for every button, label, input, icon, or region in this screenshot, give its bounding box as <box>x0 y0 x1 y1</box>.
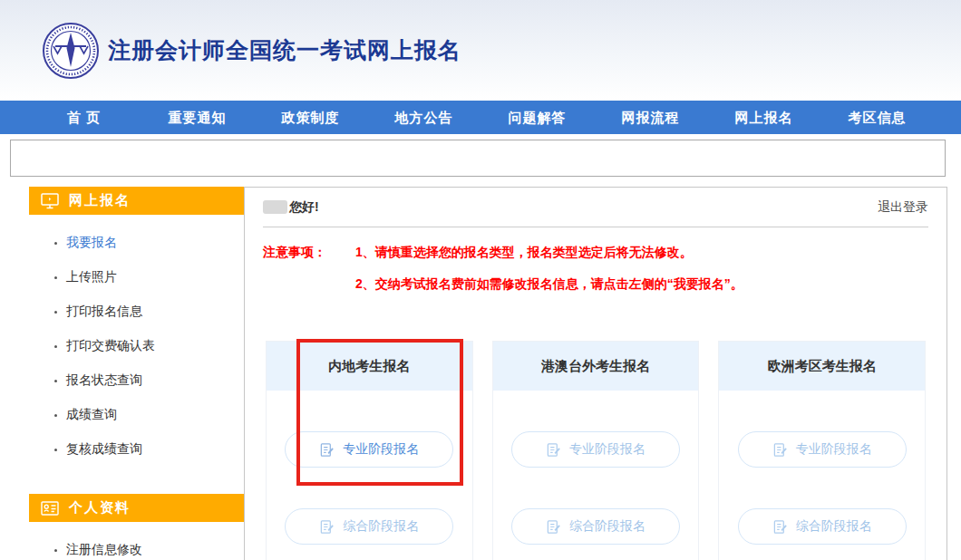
sidebar-section-personal-info: 个人资料 <box>29 494 244 522</box>
hmtf-comprehensive-stage-button[interactable]: 综合阶段报名 <box>511 508 680 545</box>
sidebar-item-upload-photo[interactable]: 上传照片 <box>54 260 244 294</box>
sidebar-list-personal: 注册信息修改 <box>29 522 244 560</box>
nav-item-policies[interactable]: 政策制度 <box>254 101 367 134</box>
form-edit-icon <box>319 519 335 535</box>
sidebar-item-modify-registration-info[interactable]: 注册信息修改 <box>54 533 244 560</box>
nav-item-registration-process[interactable]: 网报流程 <box>594 101 707 134</box>
cicpa-logo-icon <box>42 22 100 80</box>
notice-line-2: 2、交纳考试报名费前如需修改报名信息，请点击左侧的“我要报名”。 <box>263 276 928 293</box>
main-panel: 您好! 退出登录 注意事项： 1、请慎重选择您的报名类型，报名类型选定后将无法修… <box>244 187 947 560</box>
form-edit-icon <box>546 519 561 535</box>
bullet-dot <box>54 380 57 382</box>
notice-line-1: 注意事项： 1、请慎重选择您的报名类型，报名类型选定后将无法修改。 <box>263 245 928 261</box>
card-mainland-candidates: 内地考生报名 专业阶段报名 <box>266 341 473 560</box>
hmtf-professional-stage-button[interactable]: 专业阶段报名 <box>511 431 680 468</box>
bullet-dot <box>54 345 57 348</box>
card-title-mainland: 内地考生报名 <box>267 342 472 391</box>
notice-text-1: 1、请慎重选择您的报名类型，报名类型选定后将无法修改。 <box>355 245 693 261</box>
announcement-strip <box>10 140 946 177</box>
sidebar-item-print-registration-info[interactable]: 打印报名信息 <box>54 294 244 329</box>
greeting-row: 您好! 退出登录 <box>263 188 928 227</box>
sidebar-item-print-payment-confirmation[interactable]: 打印交费确认表 <box>54 329 244 363</box>
mainland-comprehensive-stage-button[interactable]: 综合阶段报名 <box>285 508 453 545</box>
greeting-text: 您好! <box>289 199 319 216</box>
nav-item-local-announcements[interactable]: 地方公告 <box>367 101 480 134</box>
content-row: 网上报名 我要报名 上传照片 打印报名信息 打印交费确认表 报名状态查询 成绩查… <box>0 187 961 560</box>
card-title-hk-macao-taiwan-foreign: 港澳台外考生报名 <box>493 342 699 391</box>
nav-item-important-notices[interactable]: 重要通知 <box>141 101 254 134</box>
form-edit-icon <box>319 442 335 458</box>
bullet-dot <box>54 311 57 314</box>
sidebar-section-online-registration: 网上报名 <box>29 187 244 215</box>
bullet-dot <box>54 449 57 451</box>
logout-link[interactable]: 退出登录 <box>878 199 928 216</box>
notice-block: 注意事项： 1、请慎重选择您的报名类型，报名类型选定后将无法修改。 2、交纳考试… <box>263 245 928 293</box>
sidebar-section-title: 网上报名 <box>69 192 131 209</box>
nav-item-online-registration[interactable]: 网上报名 <box>707 101 820 134</box>
bullet-dot <box>54 549 57 552</box>
registration-cards-row: 内地考生报名 专业阶段报名 <box>263 341 928 560</box>
sidebar: 网上报名 我要报名 上传照片 打印报名信息 打印交费确认表 报名状态查询 成绩查… <box>29 187 244 560</box>
mainland-professional-stage-button[interactable]: 专业阶段报名 <box>285 431 453 468</box>
card-body: 专业阶段报名 综合阶段报名 <box>493 391 699 545</box>
nav-item-home[interactable]: 首 页 <box>27 101 141 134</box>
sidebar-item-registration-status-query[interactable]: 报名状态查询 <box>54 363 244 398</box>
id-card-icon <box>41 499 59 517</box>
card-body: 专业阶段报名 综合阶段报名 <box>267 391 472 545</box>
europe-comprehensive-stage-button[interactable]: 综合阶段报名 <box>738 508 907 545</box>
card-hk-macao-taiwan-foreign-candidates: 港澳台外考生报名 专业阶段报名 <box>492 341 700 560</box>
form-edit-icon <box>772 442 788 458</box>
form-edit-icon <box>772 519 788 535</box>
europe-professional-stage-button[interactable]: 专业阶段报名 <box>738 431 907 468</box>
form-edit-icon <box>546 442 561 458</box>
sidebar-item-i-want-to-register[interactable]: 我要报名 <box>54 226 244 260</box>
sidebar-section-title: 个人资料 <box>69 499 131 517</box>
site-title: 注册会计师全国统一考试网上报名 <box>108 35 461 65</box>
bullet-dot <box>54 242 57 245</box>
notice-label: 注意事项： <box>263 245 355 261</box>
site-header: 注册会计师全国统一考试网上报名 <box>0 0 961 101</box>
sidebar-item-score-review-query[interactable]: 复核成绩查询 <box>54 432 244 467</box>
monitor-icon <box>41 192 59 210</box>
bullet-dot <box>54 414 57 417</box>
user-name-redacted <box>263 200 287 214</box>
sidebar-gap <box>29 479 244 494</box>
nav-item-faq[interactable]: 问题解答 <box>480 101 594 134</box>
card-body: 专业阶段报名 综合阶段报名 <box>719 391 925 545</box>
sidebar-list-registration: 我要报名 上传照片 打印报名信息 打印交费确认表 报名状态查询 成绩查询 复核成… <box>29 215 244 479</box>
sidebar-item-score-query[interactable]: 成绩查询 <box>54 398 244 432</box>
card-title-europe-area: 欧洲考区考生报名 <box>719 342 925 391</box>
main-nav: 首 页 重要通知 政策制度 地方公告 问题解答 网报流程 网上报名 考区信息 <box>0 101 961 134</box>
bullet-dot <box>54 276 57 279</box>
card-europe-area-candidates: 欧洲考区考生报名 专业阶段报名 <box>718 341 926 560</box>
nav-item-exam-area-info[interactable]: 考区信息 <box>820 101 934 134</box>
